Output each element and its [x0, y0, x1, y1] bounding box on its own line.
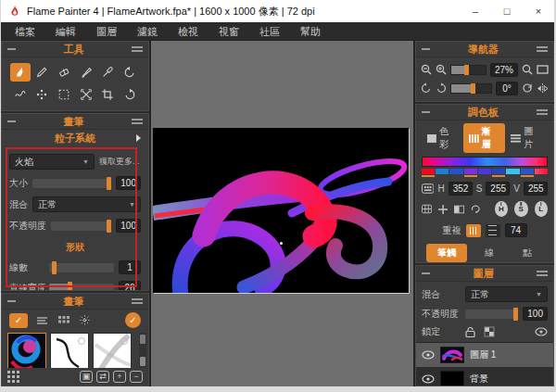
layer-row-background[interactable]: 背景 [416, 367, 553, 386]
preset-import-export-button[interactable]: ⇄ [96, 371, 109, 383]
panel-menu-icon[interactable] [132, 119, 143, 124]
particles-tool[interactable] [32, 85, 52, 104]
hue-value[interactable]: 352 [449, 182, 473, 196]
remove-preset-button[interactable]: − [130, 371, 143, 383]
thumbnail-grid-view-icon[interactable] [7, 371, 19, 383]
rotate-right-icon[interactable] [436, 82, 447, 94]
preset-scrollbar[interactable] [139, 333, 146, 368]
get-more-link[interactable]: 獲取更多... [99, 156, 140, 168]
layer-blend-dropdown[interactable]: 正常 ▼ [465, 286, 548, 302]
panel-menu-icon[interactable] [132, 298, 143, 304]
undo-tool[interactable] [120, 63, 140, 82]
layer-opacity-value[interactable]: 100 [523, 307, 548, 321]
mode-point-button[interactable]: 點 [512, 244, 543, 262]
marquee-select-tool[interactable] [54, 85, 74, 104]
lines-slider[interactable] [49, 263, 114, 272]
collapse-icon[interactable] [422, 111, 430, 113]
visibility-all-icon[interactable] [535, 327, 548, 336]
saturation-value[interactable]: 255 [486, 182, 510, 196]
swatch-grid-icon[interactable] [422, 204, 432, 214]
collapse-icon[interactable] [7, 300, 16, 302]
collapse-icon[interactable] [7, 120, 16, 122]
value-value[interactable]: 255 [524, 182, 548, 196]
repeat-value[interactable]: 74 [505, 223, 527, 237]
panel-menu-icon[interactable] [537, 271, 548, 276]
rotation-slider[interactable] [450, 83, 492, 94]
mode-line-button[interactable]: 線 [474, 244, 505, 262]
preset-spy[interactable]: Spy [93, 333, 132, 368]
collapse-icon[interactable] [7, 48, 16, 50]
menu-edit[interactable]: 編輯 [45, 22, 86, 41]
panel-menu-icon[interactable] [537, 46, 548, 52]
transform-tool[interactable] [76, 85, 96, 104]
canvas-viewport[interactable] [149, 41, 413, 386]
particle-system-bar[interactable]: 粒子系統 [2, 130, 148, 146]
lock-icon[interactable] [465, 326, 475, 337]
brush-type-dropdown[interactable]: 火焰 ▼ [9, 154, 95, 170]
lightness-knob[interactable]: L [535, 201, 549, 217]
contrast-square-icon[interactable] [454, 205, 464, 214]
menu-file[interactable]: 檔案 [5, 22, 45, 41]
preset-serene[interactable]: Serene [7, 333, 46, 368]
opacity-slider[interactable] [51, 221, 111, 231]
chevron-right-icon[interactable] [136, 134, 141, 142]
size-slider[interactable] [32, 179, 111, 188]
flame-brush-tool[interactable] [10, 63, 31, 82]
panel-menu-icon[interactable] [132, 46, 143, 52]
marker-tool[interactable] [76, 63, 96, 82]
repeat-mode-bars-toggle[interactable] [466, 224, 481, 237]
panel-menu-icon[interactable] [537, 109, 548, 115]
cycle-icon[interactable] [471, 204, 481, 214]
transparency-lock-icon[interactable] [484, 326, 495, 337]
eye-icon[interactable] [422, 374, 435, 384]
layer-opacity-slider[interactable] [465, 310, 518, 319]
numeric-pad-icon[interactable] [422, 183, 434, 194]
layer-row-1[interactable]: 圖層 1 [416, 343, 553, 367]
zoom-value[interactable]: 27% [490, 63, 518, 77]
maximize-button[interactable]: □ [491, 0, 523, 22]
menu-filter[interactable]: 濾鏡 [127, 22, 168, 41]
zoom-in-icon[interactable] [436, 64, 447, 75]
gradient-preview[interactable] [422, 157, 548, 167]
tab-gradient[interactable]: 漸層 [463, 123, 506, 153]
tab-image[interactable]: 圖片 [505, 123, 548, 153]
eye-icon[interactable] [422, 350, 435, 360]
repeat-mode-lines-toggle[interactable] [486, 224, 500, 237]
opacity-value[interactable]: 100 [116, 219, 141, 233]
menu-window[interactable]: 視窗 [208, 22, 249, 41]
size-value[interactable]: 100 [116, 176, 141, 190]
reset-rotation-icon[interactable] [522, 82, 533, 94]
canvas[interactable] [153, 128, 409, 293]
blend-mode-dropdown[interactable]: 正常 ▼ [32, 196, 141, 212]
collapse-icon[interactable] [422, 272, 430, 274]
menu-layer[interactable]: 圖層 [86, 22, 127, 41]
menu-community[interactable]: 社區 [249, 22, 290, 41]
line-width-value[interactable]: 26 [119, 281, 141, 291]
menu-help[interactable]: 幫助 [290, 22, 331, 41]
preset-frame-button[interactable]: ▣ [80, 371, 93, 383]
rotate-left-icon[interactable] [421, 82, 432, 94]
fit-screen-icon[interactable] [537, 65, 549, 74]
eraser-tool[interactable] [54, 63, 74, 82]
preset-calligraphy[interactable]: Calligraphy [50, 333, 89, 368]
close-button[interactable]: × [523, 0, 554, 22]
zoom-slider[interactable] [450, 65, 486, 75]
tab-color[interactable]: 色彩 [422, 123, 463, 153]
grid-dots-filter-icon[interactable] [57, 315, 70, 326]
hue-knob[interactable]: H [495, 201, 509, 217]
collapse-icon[interactable] [422, 48, 430, 50]
flip-horizontal-icon[interactable] [537, 83, 549, 94]
lines-value[interactable]: 1 [119, 260, 141, 274]
line-width-slider[interactable] [49, 284, 114, 292]
crosshair-icon[interactable] [438, 204, 448, 215]
add-preset-button[interactable]: + [113, 371, 126, 383]
gradient-stops[interactable] [422, 169, 548, 174]
minimize-button[interactable]: – [460, 0, 491, 22]
pencil-tool[interactable] [32, 63, 52, 82]
magnifier-icon[interactable] [522, 64, 533, 75]
apply-check-button[interactable]: ✓ [125, 312, 141, 328]
zoom-out-icon[interactable] [421, 64, 432, 75]
crop-tool[interactable] [97, 85, 118, 104]
redo-tool[interactable] [120, 85, 140, 104]
sparkle-filter-icon[interactable] [79, 314, 91, 326]
